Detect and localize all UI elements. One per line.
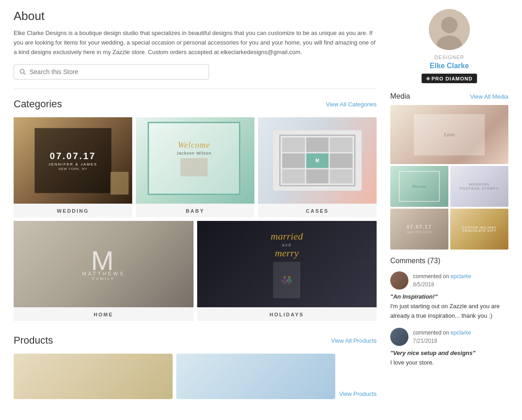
media-row-2: Welcome WEDDINGPOSTAGE STAMPS [390, 166, 508, 207]
svg-line-1 [24, 73, 25, 75]
pro-badge-text: PRO DIAMOND [432, 76, 472, 81]
designer-avatar [429, 9, 470, 50]
media-image-1: Love [390, 105, 508, 164]
products-title: Products [14, 335, 53, 346]
search-box[interactable] [14, 64, 209, 80]
categories-title: Categories [14, 98, 62, 110]
main-content: About Elke Clarke Designs is a boutique … [14, 9, 377, 399]
about-title: About [14, 9, 377, 23]
category-home[interactable]: M MATTHEWS FAMILY HOME [14, 221, 194, 321]
comment-meta-2: commented on epclarke 7/21/2018 [413, 329, 471, 345]
media-header: Media View All Media [390, 92, 508, 100]
category-baby[interactable]: Welcome Jackson Wilson BABY [136, 117, 254, 217]
svg-point-3 [441, 17, 457, 33]
view-all-products-link[interactable]: View All Products [331, 337, 377, 344]
category-wedding-label: WEDDING [14, 204, 132, 217]
categories-section: Categories View All Categories 07.07.17 … [14, 98, 377, 321]
comment-user-2[interactable]: epclarke [451, 330, 471, 336]
media-row-3: 07.07.17 SAVE THE DATES CUSTOM HOLIDAYCH… [390, 209, 508, 250]
category-wedding[interactable]: 07.07.17 JENNIFER & JAMES NEW YORK, NY W… [14, 117, 132, 217]
pro-badge: ◈ PRO DIAMOND [422, 74, 477, 83]
view-products-link[interactable]: View Products [339, 354, 377, 399]
category-home-label: HOME [14, 307, 194, 321]
comment-body-1: "An Inspiration!" I'm just starting out … [390, 292, 508, 320]
category-cases-label: CASES [258, 204, 377, 217]
view-all-media-link[interactable]: View All Media [470, 93, 508, 100]
sidebar: DESIGNER Elke Clarke ◈ PRO DIAMOND Media… [390, 9, 508, 399]
designer-avatar-image [429, 9, 470, 50]
products-section: Products View All Products View Products [14, 335, 377, 399]
comment-quote-2: "Very nice setup and designs" [390, 349, 508, 358]
products-thumbs: View Products [14, 354, 377, 399]
comment-user-1[interactable]: epclarke [451, 273, 471, 280]
comment-quote-1: "An Inspiration!" [390, 292, 508, 302]
comment-avatar-2 [390, 328, 408, 346]
comment-item-1: commented on epclarke 8/5/2018 "An Inspi… [390, 271, 508, 320]
comment-header-1: commented on epclarke 8/5/2018 [390, 271, 508, 290]
comment-header-2: commented on epclarke 7/21/2018 [390, 328, 508, 346]
designer-label: DESIGNER [390, 55, 508, 60]
category-holidays-label: HOLIDAYS [197, 307, 377, 321]
media-image-4: 07.07.17 SAVE THE DATES [390, 209, 448, 250]
media-image-5: CUSTOM HOLIDAYCHOCOLATE GIFT [450, 209, 508, 250]
comment-meta-1: commented on epclarke 8/5/2018 [413, 272, 471, 289]
designer-card: DESIGNER Elke Clarke ◈ PRO DIAMOND [390, 9, 508, 83]
category-cases[interactable]: M CASES [258, 117, 377, 217]
categories-top-grid: 07.07.17 JENNIFER & JAMES NEW YORK, NY W… [14, 117, 377, 217]
categories-header: Categories View All Categories [14, 98, 377, 110]
comment-date-2: 7/21/2018 [413, 338, 437, 344]
comment-item-2: commented on epclarke 7/21/2018 "Very ni… [390, 328, 508, 368]
diamond-icon: ◈ [426, 75, 430, 81]
media-image-3: WEDDINGPOSTAGE STAMPS [450, 166, 508, 207]
comment-action-1: commented on [413, 273, 449, 280]
category-baby-label: BABY [136, 204, 254, 217]
designer-name[interactable]: Elke Clarke [390, 62, 508, 70]
comments-section: Comments (73) commented on epclarke 8/5/… [390, 257, 508, 368]
media-grid: Love Welcome WEDD [390, 105, 508, 250]
about-description: Elke Clarke Designs is a boutique design… [14, 29, 377, 57]
search-input[interactable] [30, 68, 203, 75]
comment-avatar-1 [390, 271, 408, 290]
about-section: About Elke Clarke Designs is a boutique … [14, 9, 377, 57]
product-thumb-1 [14, 354, 173, 399]
categories-bottom-grid: M MATTHEWS FAMILY HOME married and merry [14, 221, 377, 321]
comment-date-1: 8/5/2018 [413, 281, 434, 288]
products-header: Products View All Products [14, 335, 377, 346]
comments-title: Comments (73) [390, 257, 508, 265]
media-title: Media [390, 92, 410, 100]
media-image-2: Welcome [390, 166, 448, 207]
category-holidays[interactable]: married and merry 👫 HOLIDAYS [197, 221, 377, 321]
svg-point-0 [20, 70, 24, 74]
comment-content-2: I love your store. [390, 358, 508, 368]
comment-action-2: commented on [413, 330, 449, 336]
view-all-categories-link[interactable]: View All Categories [326, 101, 377, 108]
comment-body-2: "Very nice setup and designs" I love you… [390, 349, 508, 368]
comment-content-1: I'm just starting out on Zazzle and you … [390, 302, 508, 321]
divider [14, 89, 377, 89]
search-icon [20, 69, 26, 75]
product-thumb-2 [176, 354, 335, 399]
media-section: Media View All Media Love [390, 92, 508, 250]
